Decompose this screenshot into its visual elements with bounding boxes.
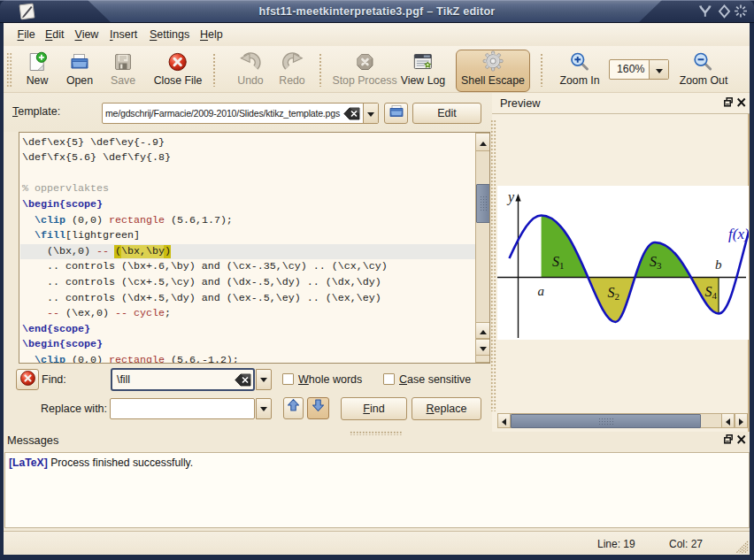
svg-text:f(x): f(x) [728, 226, 749, 242]
svg-text:b: b [715, 257, 722, 272]
svg-text:a: a [538, 284, 545, 298]
svg-text:y: y [506, 189, 515, 205]
